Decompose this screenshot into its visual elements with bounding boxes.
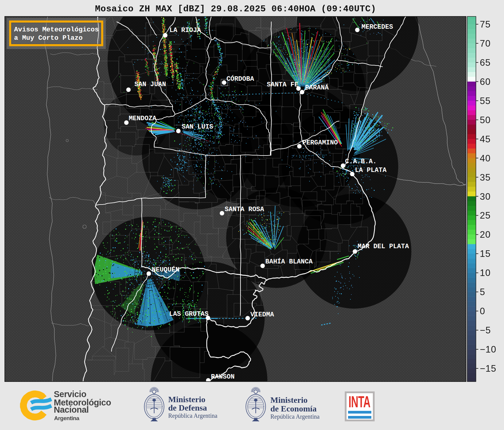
svg-text:15: 15 bbox=[480, 248, 491, 259]
svg-text:PERGAMINO: PERGAMINO bbox=[302, 139, 338, 147]
svg-text:CÓRDOBA: CÓRDOBA bbox=[226, 75, 254, 83]
svg-text:55: 55 bbox=[480, 96, 491, 106]
svg-text:VIEDMA: VIEDMA bbox=[250, 311, 274, 318]
svg-text:45: 45 bbox=[480, 134, 491, 144]
svg-text:de Defensa: de Defensa bbox=[168, 403, 207, 412]
svg-text:República Argentina: República Argentina bbox=[270, 413, 320, 420]
svg-text:C.A.B.A.: C.A.B.A. bbox=[345, 158, 377, 165]
svg-text:LA PLATA: LA PLATA bbox=[355, 167, 387, 174]
svg-text:MAR DEL PLATA: MAR DEL PLATA bbox=[358, 243, 409, 250]
svg-text:Nacional: Nacional bbox=[54, 405, 89, 414]
svg-text:5: 5 bbox=[480, 287, 485, 297]
svg-text:INTA: INTA bbox=[348, 393, 370, 411]
svg-text:−10: −10 bbox=[480, 344, 497, 355]
svg-text:a Muy Corto Plazo: a Muy Corto Plazo bbox=[14, 34, 83, 42]
svg-text:20: 20 bbox=[480, 229, 491, 240]
svg-text:−15: −15 bbox=[480, 363, 497, 374]
svg-text:40: 40 bbox=[480, 153, 491, 164]
svg-text:RAWSON: RAWSON bbox=[211, 373, 235, 381]
svg-text:65: 65 bbox=[480, 57, 491, 68]
svg-text:SAN JUAN: SAN JUAN bbox=[134, 81, 166, 88]
svg-text:MENDOZA: MENDOZA bbox=[129, 115, 157, 122]
svg-text:10: 10 bbox=[480, 268, 491, 278]
svg-text:BAHÍA BLANCA: BAHÍA BLANCA bbox=[265, 258, 313, 266]
svg-text:Ministerio: Ministerio bbox=[168, 395, 205, 404]
svg-text:70: 70 bbox=[480, 38, 491, 49]
svg-text:35: 35 bbox=[480, 172, 491, 183]
svg-text:SANTA FE: SANTA FE bbox=[267, 81, 298, 89]
svg-text:75: 75 bbox=[480, 19, 491, 30]
svg-text:SAN LUIS: SAN LUIS bbox=[182, 123, 213, 131]
svg-text:60: 60 bbox=[480, 77, 491, 87]
svg-text:50: 50 bbox=[480, 115, 491, 125]
svg-text:LA RIOJA: LA RIOJA bbox=[169, 27, 201, 34]
svg-text:25: 25 bbox=[480, 210, 491, 221]
svg-text:Avisos Meteorológicos: Avisos Meteorológicos bbox=[14, 26, 99, 33]
svg-text:República Argentina: República Argentina bbox=[168, 412, 217, 419]
svg-text:MERCEDES: MERCEDES bbox=[361, 23, 393, 31]
svg-text:Argentina: Argentina bbox=[54, 415, 79, 421]
svg-text:−5: −5 bbox=[480, 325, 491, 336]
svg-text:30: 30 bbox=[480, 191, 491, 202]
svg-text:0: 0 bbox=[480, 306, 485, 316]
svg-text:PARANÁ: PARANÁ bbox=[305, 84, 329, 92]
svg-text:NEUQUÉN: NEUQUÉN bbox=[152, 266, 179, 274]
svg-text:SANTA ROSA: SANTA ROSA bbox=[225, 206, 264, 213]
svg-text:Ministerio: Ministerio bbox=[270, 395, 307, 405]
svg-text:LAS GRUTAS: LAS GRUTAS bbox=[169, 310, 209, 318]
svg-text:de Economía: de Economía bbox=[270, 404, 317, 413]
